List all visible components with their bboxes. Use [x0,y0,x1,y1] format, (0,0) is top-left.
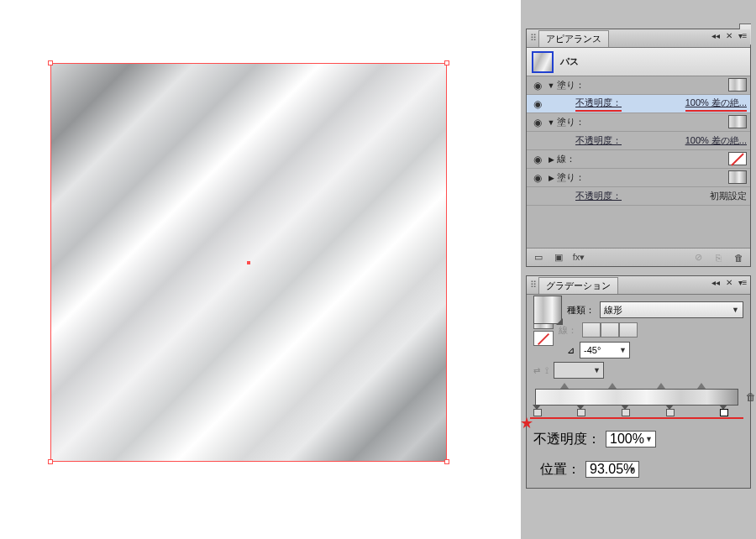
selection-handle-tr[interactable] [444,60,449,65]
panel-menu-icon[interactable]: ▾≡ [737,277,748,289]
chevron-down-icon: ▼ [628,465,636,474]
appearance-row-opacity-2[interactable]: 不透明度： 100% 差の絶... [527,132,750,150]
visibility-toggle[interactable]: ◉ [530,80,545,92]
fill-swatch[interactable] [728,78,747,92]
stroke-mode-along[interactable] [601,322,619,338]
row-label: 塗り： [557,116,585,128]
reverse-gradient-icon[interactable]: ⇄ [533,366,540,375]
opacity-value[interactable]: 100% 差の絶... [685,134,747,147]
selected-artwork[interactable] [50,63,447,462]
panel-dock: ⠿ アピアランス ◂◂ ✕ ▾≡ パス ◉ ▼ 塗り： ◉ [521,0,756,539]
gradient-angle-field[interactable]: -45° ▼ [580,342,630,358]
panel-grip[interactable]: ⠿ [530,33,535,44]
gradient-type-select[interactable]: 線形 ▼ [600,301,743,318]
stop-location-field[interactable]: 93.05% ▼ [585,461,639,478]
gradient-stroke-swatch-none[interactable] [533,331,554,346]
gradient-stop[interactable] [621,405,629,415]
aspect-ratio-field: ▼ [554,362,604,379]
gradient-slider[interactable]: 🗑 [535,389,738,406]
new-fill-icon[interactable]: ▣ [552,251,565,264]
panel-collapse-icon[interactable]: ◂◂ [710,277,722,289]
appearance-row-opacity-1[interactable]: ◉ 不透明度： 100% 差の絶... [527,95,750,113]
gradient-angle-value: -45° [584,345,601,355]
appearance-target-label: パス [560,55,579,68]
appearance-panel: ⠿ アピアランス ◂◂ ✕ ▾≡ パス ◉ ▼ 塗り： ◉ [526,29,751,267]
gradient-body: 種類： 線形 ▼ 線： [527,295,750,488]
opacity-value: 初期設定 [710,190,747,202]
opacity-label[interactable]: 不透明度： [575,134,622,147]
selection-handle-br[interactable] [444,459,449,464]
gradient-tab[interactable]: グラデーション [538,277,618,294]
visibility-toggle[interactable]: ◉ [530,172,545,184]
opacity-label: 不透明度： [533,431,601,448]
appearance-row-fill-2[interactable]: ◉ ▼ 塗り： [527,113,750,132]
appearance-body: パス ◉ ▼ 塗り： ◉ 不透明度： 100% 差の絶... ◉ ▼ 塗り： [527,48,750,266]
gradient-midpoint[interactable] [560,383,569,390]
gradient-preview-swatch[interactable] [533,296,562,324]
gradient-tabbar: ⠿ グラデーション ◂◂ ✕ ▾≡ [527,276,750,295]
row-label: 線： [557,153,575,165]
appearance-row-fill-3[interactable]: ◉ ▶ 塗り： [527,169,750,187]
visibility-toggle[interactable]: ◉ [530,117,545,128]
new-stroke-icon[interactable]: ▭ [532,251,545,264]
panel-grip[interactable]: ⠿ [530,280,535,290]
opacity-label[interactable]: 不透明度： [575,97,622,112]
panel-close-icon[interactable]: ✕ [723,30,735,42]
panel-collapse-icon[interactable]: ◂◂ [710,30,722,42]
selection-handle-bl[interactable] [48,459,53,464]
appearance-thumbnail[interactable] [532,51,554,73]
panel-menu-icon[interactable]: ▾≡ [737,30,748,42]
delete-item-icon[interactable]: 🗑 [732,251,745,264]
gradient-stop[interactable] [533,405,541,415]
appearance-tab[interactable]: アピアランス [538,30,609,47]
visibility-toggle[interactable]: ◉ [530,98,545,110]
stroke-mode-across[interactable] [619,322,638,338]
chevron-down-icon: ▼ [645,435,653,443]
stop-opacity-value: 100% [610,432,644,447]
gradient-type-value: 線形 [604,304,622,317]
visibility-toggle[interactable]: ◉ [530,154,545,165]
gradient-midpoint[interactable] [608,383,617,390]
disclosure-triangle[interactable]: ▶ [545,174,557,182]
appearance-tabbar: ⠿ アピアランス ◂◂ ✕ ▾≡ [527,29,750,48]
appearance-row-stroke[interactable]: ◉ ▶ 線： [527,150,750,169]
gradient-stop-selected[interactable] [719,405,727,415]
stroke-swatch-none[interactable] [728,152,747,165]
fill-swatch[interactable] [728,115,747,128]
disclosure-triangle[interactable]: ▶ [545,155,557,164]
row-label: 塗り： [557,79,585,92]
chevron-down-icon: ▼ [732,306,739,314]
stroke-gradient-mode-buttons[interactable] [582,322,638,338]
canvas-area [0,0,521,539]
annotation-star-icon: ★ [520,414,533,432]
panel-close-icon[interactable]: ✕ [723,277,735,289]
appearance-row-fill-1[interactable]: ◉ ▼ 塗り： [527,76,750,95]
gradient-midpoint[interactable] [657,383,665,390]
clear-appearance-icon[interactable]: ⊘ [691,251,705,264]
opacity-value[interactable]: 100% 差の絶... [685,97,747,112]
type-label: 種類： [567,304,595,317]
duplicate-item-icon[interactable]: ⎘ [711,251,725,264]
gradient-midpoint[interactable] [697,383,706,390]
disclosure-triangle[interactable]: ▼ [545,81,557,90]
selection-handle-tl[interactable] [48,60,53,65]
chevron-down-icon: ▼ [593,366,601,374]
annotation-underline [530,417,743,419]
opacity-label[interactable]: 不透明度： [575,190,622,202]
add-effect-menu[interactable]: fx▾ [572,251,585,264]
delete-stop-icon[interactable]: 🗑 [746,391,756,403]
appearance-row-opacity-default[interactable]: 不透明度： 初期設定 [527,187,750,206]
selection-center [247,261,250,264]
gradient-stop[interactable] [665,405,674,415]
stroke-mode-within[interactable] [582,322,601,338]
gradient-panel: ⠿ グラデーション ◂◂ ✕ ▾≡ 種類： 線形 ▼ [526,275,751,489]
appearance-footer: ▭ ▣ fx▾ ⊘ ⎘ 🗑 [527,248,750,266]
disclosure-triangle[interactable]: ▼ [545,118,557,127]
aspect-ratio-icon: ⟟ [545,365,549,376]
location-label: 位置： [533,461,580,479]
chevron-down-icon: ▼ [619,346,627,354]
stop-opacity-field[interactable]: 100% ▼ [606,431,656,447]
fill-swatch[interactable] [728,170,747,184]
gradient-stop[interactable] [576,405,585,415]
appearance-target-row[interactable]: パス [527,48,750,76]
